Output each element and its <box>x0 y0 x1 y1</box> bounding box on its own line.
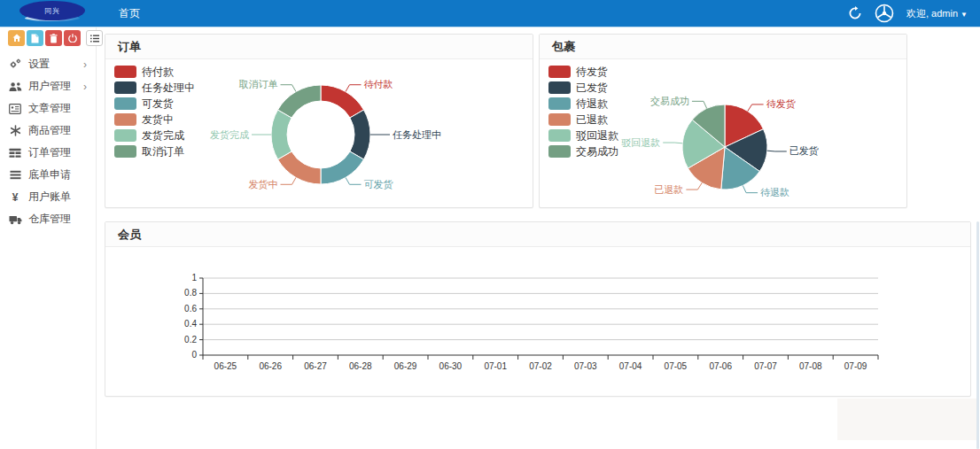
label-leader-line <box>748 105 764 112</box>
sidebar-item-articles[interactable]: 文章管理 <box>0 97 96 120</box>
page-scrollbar[interactable] <box>976 221 979 449</box>
x-axis-tick-label: 06-28 <box>349 361 372 371</box>
sidebar-item-orders[interactable]: 订单管理 <box>0 142 96 164</box>
x-axis-tick-label: 06-29 <box>394 361 417 371</box>
list-icon <box>90 35 99 43</box>
slice-label: 驳回退款 <box>621 137 660 148</box>
slice-label: 待付款 <box>364 79 393 89</box>
sidebar-item-products[interactable]: 商品管理 <box>0 120 96 142</box>
orders-icon <box>8 147 22 159</box>
x-axis-tick-label: 06-25 <box>214 361 237 371</box>
list-button[interactable] <box>86 30 103 46</box>
packages-panel: 包裹 待发货已发货待退款已退款驳回退款交易成功 待发货已发货待退款已退款驳回退款… <box>539 34 907 208</box>
brand-logo[interactable]: 同兴 <box>0 0 96 27</box>
caret-down-icon: ▼ <box>961 11 968 19</box>
user-avatar-icon[interactable] <box>875 4 894 23</box>
x-axis-tick-label: 06-27 <box>304 361 327 371</box>
yen-icon: ¥ <box>8 191 22 204</box>
label-leader-line <box>346 85 362 92</box>
article-icon <box>8 103 22 115</box>
orders-panel-body: 待付款任务处理中可发货发货中发货完成取消订单 待付款任务处理中可发货发货中发货完… <box>105 59 533 207</box>
legend-item[interactable]: 待发货 <box>548 64 618 80</box>
power-icon <box>68 34 77 43</box>
top-navbar: 同兴 首页 欢迎, admin▼ <box>0 0 980 27</box>
y-axis-tick-label: 0.8 <box>184 288 197 298</box>
legend-label: 已发货 <box>576 81 608 96</box>
label-leader-line <box>692 101 707 108</box>
pie-slice[interactable] <box>271 110 292 159</box>
chevron-right-icon: › <box>83 59 87 70</box>
sidebar-item-label: 仓库管理 <box>28 212 71 227</box>
pie-slice[interactable] <box>321 85 363 118</box>
sidebar-item-receipt-request[interactable]: 底单申请 <box>0 164 96 186</box>
label-leader-line <box>281 85 297 92</box>
legend-item[interactable]: 待付款 <box>114 64 195 80</box>
slice-label: 已退款 <box>654 184 683 195</box>
legend-item[interactable]: 驳回退款 <box>548 128 618 143</box>
home-icon <box>12 34 21 43</box>
legend-item[interactable]: 已发货 <box>548 80 618 96</box>
y-axis-tick-label: 1 <box>191 273 197 283</box>
x-axis-tick-label: 07-03 <box>574 361 597 371</box>
legend-item[interactable]: 待退款 <box>548 96 618 112</box>
legend-item[interactable]: 任务处理中 <box>114 80 195 96</box>
legend-item[interactable]: 发货中 <box>114 112 195 128</box>
packages-panel-title: 包裹 <box>540 35 906 59</box>
pie-slice[interactable] <box>350 110 370 159</box>
packages-chart-legend: 待发货已发货待退款已退款驳回退款交易成功 <box>548 64 618 159</box>
refresh-icon[interactable] <box>848 6 862 20</box>
members-line-chart[interactable]: 00.20.40.60.8106-2506-2606-2706-2806-290… <box>105 247 968 395</box>
legend-label: 已退款 <box>576 112 608 128</box>
home-button[interactable] <box>8 30 25 46</box>
pie-slice[interactable] <box>321 151 363 184</box>
quick-buttons-row <box>0 27 96 46</box>
legend-swatch <box>548 145 571 158</box>
file-button[interactable] <box>27 30 43 46</box>
legend-label: 可发货 <box>142 97 174 112</box>
chevron-right-icon: › <box>83 81 87 92</box>
sidebar-item-label: 用户账单 <box>28 190 71 205</box>
legend-item[interactable]: 发货完成 <box>114 128 195 143</box>
x-axis-tick-label: 07-05 <box>665 361 688 371</box>
nav-home-tab[interactable]: 首页 <box>110 0 149 27</box>
slice-label: 发货中 <box>249 179 278 190</box>
bars-icon <box>8 169 22 182</box>
sidebar-item-label: 用户管理 <box>28 79 71 94</box>
sidebar-item-settings[interactable]: 设置 › <box>0 53 96 75</box>
x-axis-tick-label: 07-04 <box>619 361 642 371</box>
sidebar-item-users[interactable]: 用户管理 › <box>0 75 96 97</box>
legend-label: 发货完成 <box>142 128 184 143</box>
label-leader-line <box>743 186 758 193</box>
pie-slice[interactable] <box>278 85 321 118</box>
welcome-dropdown[interactable]: 欢迎, admin▼ <box>906 7 968 20</box>
legend-label: 发货中 <box>142 112 174 128</box>
label-leader-line <box>686 182 702 190</box>
legend-label: 待发货 <box>576 65 608 80</box>
sidebar-item-warehouse[interactable]: 仓库管理 <box>0 208 96 230</box>
orders-panel: 订单 待付款任务处理中可发货发货中发货完成取消订单 待付款任务处理中可发货发货中… <box>105 34 533 208</box>
sidebar-item-label: 设置 <box>28 57 50 72</box>
label-leader-line <box>767 151 787 151</box>
orders-chart-legend: 待付款任务处理中可发货发货中发货完成取消订单 <box>114 64 195 159</box>
members-panel-body: 00.20.40.60.8106-2506-2606-2706-2806-290… <box>105 247 970 396</box>
legend-item[interactable]: 交易成功 <box>548 143 618 159</box>
power-button[interactable] <box>64 30 81 46</box>
slice-label: 待退款 <box>760 187 789 197</box>
sidebar-item-user-bills[interactable]: ¥ 用户账单 <box>0 186 96 208</box>
sidebar-item-label: 底单申请 <box>28 167 71 182</box>
legend-label: 待退款 <box>576 97 608 112</box>
truck-icon <box>8 213 22 226</box>
trash-button[interactable] <box>45 30 62 46</box>
members-panel: 会员 00.20.40.60.8106-2506-2606-2706-2806-… <box>105 221 971 397</box>
products-icon <box>8 125 22 137</box>
pie-slice[interactable] <box>278 151 321 184</box>
legend-swatch <box>114 113 136 126</box>
file-icon <box>31 34 39 43</box>
legend-label: 取消订单 <box>142 144 184 159</box>
label-leader-line <box>663 143 682 143</box>
legend-item[interactable]: 可发货 <box>114 96 195 112</box>
legend-swatch <box>114 145 136 158</box>
legend-item[interactable]: 取消订单 <box>114 143 195 159</box>
legend-item[interactable]: 已退款 <box>548 112 618 128</box>
legend-swatch <box>548 113 571 126</box>
